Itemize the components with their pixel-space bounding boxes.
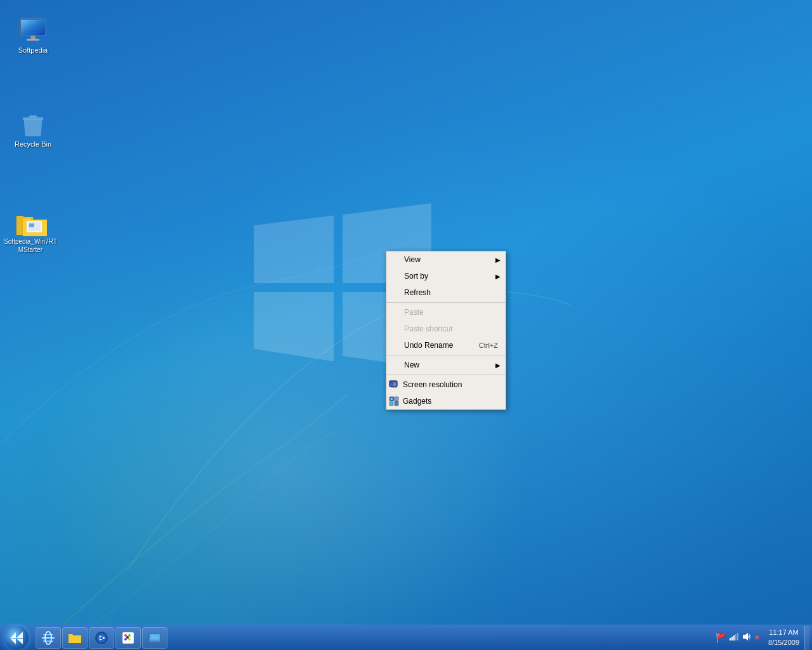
start-button[interactable]: [0, 625, 33, 651]
new-arrow: ▶: [495, 362, 501, 369]
system-tray: 🚩: [712, 625, 812, 650]
context-menu-item-sort[interactable]: Sort by ▶: [386, 268, 506, 284]
svg-rect-3: [21, 20, 45, 35]
svg-marker-54: [743, 633, 748, 640]
view-arrow: ▶: [495, 256, 501, 263]
computer-icon-img: [18, 15, 48, 46]
svg-point-44: [126, 636, 129, 639]
svg-point-28: [391, 398, 393, 400]
desktop-icon-recycle-bin[interactable]: Recycle Bin: [8, 107, 58, 151]
folder-icon-img: [14, 207, 47, 237]
sort-arrow: ▶: [495, 273, 501, 280]
svg-rect-23: [393, 383, 396, 386]
network-svg: [729, 632, 739, 642]
taskbar-unknown-button[interactable]: [142, 627, 167, 649]
recycle-bin-label: Recycle Bin: [15, 140, 51, 149]
svg-rect-26: [390, 402, 393, 406]
taskbar-media-button[interactable]: [89, 627, 114, 649]
screen-resolution-label: Screen resolution: [403, 380, 462, 389]
tray-volume-icon[interactable]: [742, 632, 752, 644]
svg-rect-50: [731, 637, 733, 640]
starter-label: Softpedia_Win7RTMStarter: [3, 237, 58, 254]
svg-rect-48: [151, 635, 159, 639]
context-menu-item-paste[interactable]: Paste: [386, 304, 506, 321]
clock-area[interactable]: 11:17 AM 8/15/2009: [763, 625, 804, 650]
svg-rect-27: [395, 401, 398, 406]
svg-rect-18: [391, 387, 397, 388]
new-label: New: [404, 361, 419, 369]
context-menu-sep-2: [386, 355, 506, 355]
svg-rect-21: [393, 381, 396, 383]
svg-rect-53: [737, 633, 738, 640]
sort-label: Sort by: [404, 272, 428, 281]
gadgets-icon: [389, 396, 399, 406]
paint-icon: [121, 630, 136, 646]
undo-rename-shortcut: Ctrl+Z: [479, 342, 498, 349]
softpedia-label: Softpedia: [18, 46, 48, 55]
desktop-icon-starter[interactable]: Softpedia_Win7RTMStarter: [3, 204, 58, 256]
context-menu: View ▶ Sort by ▶ Refresh Paste Paste sho…: [386, 251, 506, 410]
svg-rect-8: [23, 117, 43, 120]
desktop: Softpedia Recycle Bin: [0, 0, 812, 650]
svg-rect-7: [29, 116, 37, 117]
svg-rect-6: [31, 36, 35, 39]
context-menu-item-paste-shortcut[interactable]: Paste shortcut: [386, 321, 506, 337]
svg-rect-49: [730, 638, 731, 640]
svg-point-41: [128, 634, 131, 637]
context-menu-item-undo-rename[interactable]: Undo Rename Ctrl+Z: [386, 337, 506, 354]
refresh-label: Refresh: [404, 288, 431, 297]
tray-mute-icon[interactable]: ✕: [754, 634, 759, 641]
svg-point-40: [124, 634, 127, 637]
explorer-icon: [67, 630, 82, 646]
undo-rename-label: Undo Rename: [404, 341, 453, 350]
svg-rect-20: [390, 381, 393, 383]
clock-time: 11:17 AM: [769, 628, 798, 637]
show-desktop-button[interactable]: [804, 626, 809, 650]
context-menu-item-refresh[interactable]: Refresh: [386, 284, 506, 301]
context-menu-item-screen-resolution[interactable]: Screen resolution: [386, 376, 506, 393]
media-icon: [94, 630, 109, 646]
taskbar-explorer-button[interactable]: [62, 627, 88, 649]
start-windows-logo: [10, 631, 23, 645]
taskbar-items: [33, 625, 170, 650]
paste-label: Paste: [404, 308, 424, 317]
gadgets-label: Gadgets: [403, 397, 431, 406]
clock-date: 8/15/2009: [768, 638, 799, 647]
svg-rect-51: [733, 635, 735, 640]
context-menu-item-new[interactable]: New ▶: [386, 357, 506, 373]
svg-point-37: [100, 637, 103, 639]
taskbar-paint-button[interactable]: [115, 627, 141, 649]
svg-rect-25: [395, 397, 398, 401]
svg-rect-52: [735, 634, 737, 640]
screen-resolution-icon: [389, 380, 399, 390]
svg-rect-22: [390, 383, 393, 386]
svg-point-43: [128, 638, 131, 640]
tray-network-icon[interactable]: [729, 632, 739, 644]
svg-point-42: [124, 638, 127, 640]
svg-rect-5: [27, 39, 39, 41]
ie-icon: [41, 630, 56, 646]
context-menu-item-gadgets[interactable]: Gadgets: [386, 393, 506, 409]
paste-shortcut-label: Paste shortcut: [404, 324, 453, 333]
desktop-icon-softpedia[interactable]: Softpedia: [8, 13, 58, 57]
tray-flag-icon[interactable]: 🚩: [716, 633, 726, 643]
context-menu-item-view[interactable]: View ▶: [386, 251, 506, 268]
context-menu-sep-3: [386, 375, 506, 375]
app-icon: [147, 630, 162, 646]
taskbar-ie-button[interactable]: [36, 627, 61, 649]
svg-rect-14: [29, 223, 34, 227]
volume-svg: [742, 632, 752, 642]
taskbar: 🚩: [0, 625, 812, 650]
view-label: View: [404, 255, 421, 264]
tray-icons: 🚩: [712, 625, 763, 650]
recycle-bin-icon-img: [18, 109, 48, 140]
context-menu-sep-1: [386, 302, 506, 303]
start-orb: [4, 626, 29, 650]
